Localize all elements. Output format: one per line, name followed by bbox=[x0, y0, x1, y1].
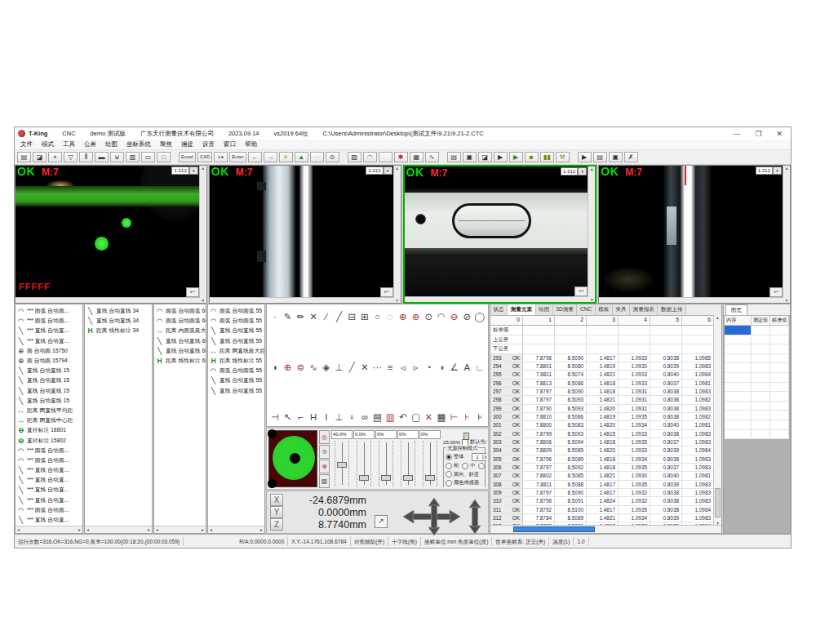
ring-light-mode-icon[interactable]: ▩ bbox=[319, 474, 330, 488]
element-list-item[interactable]: ↔距离 两直线平均距 bbox=[16, 406, 82, 415]
element-list-item[interactable]: ◠*** 圆弧 自动圆... bbox=[16, 446, 82, 455]
tool-icon[interactable]: ⊞ bbox=[359, 311, 370, 322]
element-list-item[interactable]: ╲直线 自动直线 55 bbox=[208, 326, 264, 335]
jog-arrows-icon[interactable] bbox=[403, 498, 481, 539]
element-list-item[interactable]: ⊖直径标注 15802 bbox=[16, 435, 82, 445]
blank-button[interactable] bbox=[379, 152, 392, 162]
spinner-value[interactable]: 1-212 bbox=[756, 167, 773, 175]
tool-icon[interactable]: ⊟ bbox=[346, 311, 357, 322]
pause-button[interactable]: ▮▮ bbox=[540, 152, 554, 162]
camera-panel-3-active[interactable]: OK M:7 1-212 ▾ ▲▼ ↩ bbox=[403, 165, 597, 304]
copy-button[interactable]: ▣ bbox=[463, 152, 477, 162]
minus-minus-button[interactable]: - - bbox=[310, 152, 324, 162]
tool-icon[interactable]: ∕ bbox=[321, 311, 332, 322]
element-list-item[interactable]: ╲直线 自动直线 55 bbox=[208, 386, 264, 396]
camera-4-vertical-scrollbar[interactable]: ▲▼ bbox=[783, 166, 790, 303]
camera-2-reset-view-button[interactable]: ↩ bbox=[380, 287, 393, 297]
menu-item[interactable]: 窗口 bbox=[224, 140, 236, 149]
tool-icon[interactable]: ◠ bbox=[436, 311, 447, 322]
grid-button[interactable]: ▦ bbox=[410, 152, 424, 162]
element-list-item[interactable]: ⊖直径标注 18801 bbox=[16, 425, 82, 435]
light-channel-slider[interactable] bbox=[379, 441, 393, 486]
goto-origin-button[interactable]: ↗ bbox=[375, 515, 388, 528]
tool-icon[interactable]: ⊛ bbox=[410, 311, 422, 322]
block-button[interactable]: ▭ bbox=[141, 152, 155, 162]
ring-light-mode-icon[interactable]: ⊚ bbox=[319, 445, 330, 459]
chart-button[interactable]: ∿ bbox=[425, 152, 439, 162]
light-mode-radio[interactable]: 两向、斜度 bbox=[446, 471, 479, 478]
edge-detect-button[interactable]: Ⅱ bbox=[79, 152, 93, 162]
tool-icon[interactable]: ♀ bbox=[346, 411, 357, 423]
table-tab[interactable]: CNC bbox=[577, 304, 595, 315]
table-vertical-scrollbar[interactable]: ▲▼ bbox=[713, 315, 721, 526]
camera-4-horizontal-scrollbar[interactable] bbox=[599, 297, 783, 303]
element-list-4[interactable]: ◠圆弧 自动圆弧 55◠圆弧 自动圆弧 55╲直线 自动直线 55╲直线 自动直… bbox=[207, 304, 265, 534]
locate-point-button[interactable]: ⌖ bbox=[48, 152, 62, 162]
detail-row[interactable] bbox=[725, 373, 789, 383]
light-mode-radio[interactable]: 整体 bbox=[446, 453, 463, 460]
element-list-item[interactable]: ╲*** 直线 自动直... bbox=[16, 465, 82, 475]
measurement-row[interactable]: 294OK7.88018.50801.48191.09300.80391.098… bbox=[490, 362, 714, 371]
measurement-row[interactable]: 307OK7.88028.50851.48211.09300.80401.098… bbox=[490, 472, 714, 480]
chevron-down-icon[interactable]: ▾ bbox=[773, 167, 782, 175]
detail-row[interactable] bbox=[725, 430, 789, 440]
element-list-item[interactable]: H距离 线性标注 34 bbox=[85, 326, 152, 335]
detail-row[interactable] bbox=[725, 383, 789, 393]
table-tab[interactable]: 状态 bbox=[490, 304, 508, 315]
spinner-value[interactable]: 1-212 bbox=[561, 167, 578, 175]
selected-cell[interactable] bbox=[725, 326, 752, 335]
tool-icon[interactable]: ⊥ bbox=[333, 411, 344, 423]
camera-panel-4[interactable]: OK M:7 1-212 ▾ ▲▼ ↩ bbox=[598, 165, 791, 304]
element-list-1[interactable]: ◠*** 圆弧 自动圆...◠*** 圆弧 自动圆...╲*** 直线 自动直.… bbox=[15, 304, 83, 534]
tool-icon[interactable]: ◃ bbox=[397, 362, 409, 373]
element-list-item[interactable]: ◠*** 圆弧 自动圆... bbox=[16, 306, 82, 316]
slider-thumb[interactable] bbox=[359, 475, 369, 481]
camera-4-image[interactable]: OK M:7 1-212 ▾ bbox=[599, 166, 783, 303]
camera-3-image[interactable]: OK M:7 1-212 ▾ bbox=[405, 167, 588, 302]
tool-icon[interactable]: ⊧ bbox=[474, 411, 486, 423]
measurement-row[interactable]: 308OK7.88118.50881.48171.09350.80391.098… bbox=[490, 481, 714, 489]
tool-icon[interactable]: ≡ bbox=[384, 362, 396, 373]
list-horizontal-scrollbar[interactable]: ◄► bbox=[16, 526, 82, 533]
scrollbar-thumb[interactable] bbox=[513, 526, 595, 532]
detail-row[interactable] bbox=[725, 344, 789, 354]
light-channel-slider[interactable] bbox=[357, 441, 371, 486]
tool-icon[interactable]: ◑ bbox=[436, 362, 447, 373]
tool-icon[interactable]: ⊥ bbox=[333, 362, 344, 373]
spinner-value[interactable]: 1-212 bbox=[171, 167, 188, 175]
measurement-row[interactable]: 296OK7.88138.50861.48181.09330.80371.098… bbox=[490, 380, 714, 388]
hammer-button[interactable]: ⚒ bbox=[556, 152, 570, 162]
measurement-row[interactable]: 305OK7.87968.50891.48181.09340.80381.098… bbox=[490, 455, 714, 464]
element-list-item[interactable]: ↔距离 两直线最大距 bbox=[208, 346, 264, 356]
measurement-row[interactable]: 298OK7.87978.50931.48211.09310.80381.098… bbox=[490, 396, 714, 404]
element-list-item[interactable]: ╲直线 自动直线 15 bbox=[16, 396, 82, 406]
camera-1-image[interactable]: OK M:7 FFFFF 1-212 ▾ bbox=[16, 166, 199, 303]
chevron-down-icon[interactable]: ▾ bbox=[384, 167, 392, 175]
element-list-item[interactable]: ◠圆弧 自动圆弧 66 bbox=[154, 316, 206, 326]
tool-icon[interactable]: ∞ bbox=[359, 411, 370, 423]
camera-2-image[interactable]: OK M:7 1-212 ▾ bbox=[210, 166, 393, 303]
light-channel-slider[interactable] bbox=[335, 441, 349, 486]
tool-icon[interactable]: I bbox=[321, 411, 332, 423]
tool-icon[interactable]: ◈ bbox=[321, 362, 332, 373]
menu-item[interactable]: 捕捉 bbox=[181, 140, 193, 149]
camera-1-vertical-scrollbar[interactable]: ▲▼ bbox=[199, 166, 206, 303]
detail-row[interactable] bbox=[725, 402, 789, 411]
menu-item[interactable]: 帮助 bbox=[245, 140, 257, 149]
tool-icon[interactable]: A bbox=[461, 362, 472, 373]
measurement-row[interactable]: 300OK7.88108.50861.48191.09350.80381.098… bbox=[490, 413, 714, 421]
maximize-button[interactable]: ❐ bbox=[755, 130, 761, 138]
menu-item[interactable]: 公差 bbox=[84, 140, 96, 149]
tool-icon[interactable]: ✕ bbox=[308, 311, 319, 322]
element-list-item[interactable]: ◠*** 圆弧 自动圆... bbox=[16, 455, 82, 465]
slider-thumb[interactable] bbox=[463, 433, 469, 440]
light-mode-radio[interactable]: 粗 bbox=[446, 462, 459, 469]
detail-row[interactable] bbox=[725, 326, 789, 335]
light-bulb-button[interactable]: ☀ bbox=[279, 152, 293, 162]
element-list-item[interactable]: ╲*** 直线 自动直... bbox=[16, 515, 82, 525]
element-list-item[interactable]: ↔距离 两直线中心距 bbox=[16, 415, 82, 425]
arrow-right-button[interactable]: → bbox=[264, 152, 277, 162]
camera-panel-2[interactable]: OK M:7 1-212 ▾ ▲▼ ↩ bbox=[209, 165, 401, 304]
light-channel-slider[interactable] bbox=[401, 441, 415, 486]
element-list-item[interactable]: ⊕圆 自动圆 15750 bbox=[16, 346, 82, 356]
